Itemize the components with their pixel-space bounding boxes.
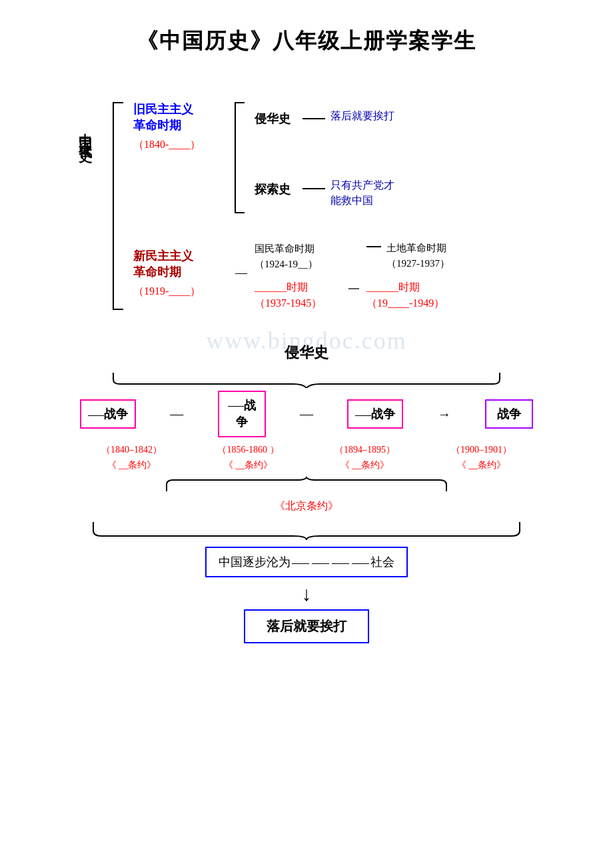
- big-bracket-container: [80, 519, 533, 543]
- war-box-2: 战争: [218, 391, 266, 437]
- bottom-curly-bracket: [147, 477, 466, 495]
- top-curly-bracket: [93, 369, 520, 388]
- qin-hua-section-title: 侵华史: [40, 343, 573, 363]
- arrow-down: ↓: [40, 584, 573, 604]
- zhi-you-label: 只有共产党才能救中国: [330, 177, 394, 208]
- guomin-block: 国民革命时期（1924-19__）: [255, 241, 318, 271]
- xin-year: （1919-____）: [133, 285, 201, 299]
- tan-suo-dash: [303, 188, 325, 189]
- blank-period1: ______时期（1937-1945）: [255, 279, 322, 311]
- qin-hua-label: 侵华史: [255, 111, 291, 127]
- war-boxes-row: 战争 — 战争 — 战争 → 战争: [80, 391, 533, 437]
- guomin-dash: [366, 246, 381, 247]
- jiu-title: 旧民主主义革命时期: [133, 101, 201, 134]
- xin-title: 新民主主义革命时期: [133, 248, 201, 281]
- date-col-2: （1856-1860 ）《 __条约》: [197, 443, 300, 473]
- war-box-1: 战争: [80, 399, 136, 429]
- war-box-3: 战争: [347, 399, 403, 429]
- blank-period2: ______时期（19____-1949）: [366, 279, 444, 311]
- beijing-treaty-label: 《北京条约》: [147, 499, 466, 513]
- big-bottom-bracket: [80, 519, 533, 540]
- jiu-block: 旧民主主义革命时期 （1840-____）: [133, 101, 201, 152]
- dash-mid: 一: [348, 281, 360, 297]
- dash-2: —: [300, 407, 313, 422]
- date-col-3: （1894–1895）《 __条约》: [313, 443, 416, 473]
- luo-hou-label: 落后就要挨打: [330, 109, 394, 123]
- jiu-year: （1840-____）: [133, 138, 201, 152]
- dash-1: —: [170, 407, 183, 422]
- page-title: 《中国历史》八年级上册学案学生: [40, 27, 573, 56]
- xin-block: 新民主主义革命时期 （1919-____）: [133, 248, 201, 299]
- date-col-4: （1900–1901）《 __条约》: [430, 443, 533, 473]
- mindmap-section1: 中国近代史 旧民主主义革命时期 （1840-____） 侵华史 落后就要挨打 探…: [40, 76, 573, 329]
- xin-dash: —: [235, 266, 247, 280]
- zhongguo-luowei-box: 中国逐步沦为 社会: [205, 547, 408, 577]
- zhongguo-jindaishi-label: 中国近代史: [77, 123, 94, 143]
- arrow-right: →: [438, 407, 451, 422]
- qin-hua-dash: [303, 118, 325, 119]
- jiu-bracket-svg: [230, 99, 249, 216]
- beijing-bracket-container: 《北京条约》: [147, 477, 466, 513]
- tudi-block: 土地革命时期（1927-1937）: [386, 241, 450, 271]
- dates-row: （1840–1842）《 __条约》 （1856-1860 ）《 __条约》 （…: [80, 443, 533, 473]
- top-bracket-container: [93, 369, 520, 388]
- tan-suo-label: 探索史: [255, 181, 291, 197]
- qin-hua-section: 侵华史 战争 — 战争 —: [40, 343, 573, 643]
- date-col-1: （1840–1842）《 __条约》: [80, 443, 183, 473]
- luo-hou-box: 落后就要挨打: [244, 609, 369, 643]
- war-box-4: 战争: [485, 399, 533, 429]
- main-bracket-svg: [107, 99, 127, 313]
